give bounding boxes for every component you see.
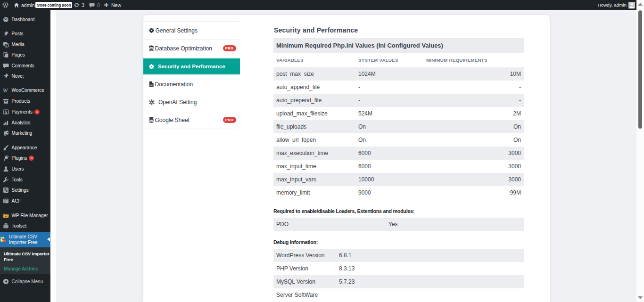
svg-text:$: $ (4, 110, 7, 114)
svg-text:W: W (2, 87, 8, 94)
svg-text:w: w (4, 214, 7, 217)
